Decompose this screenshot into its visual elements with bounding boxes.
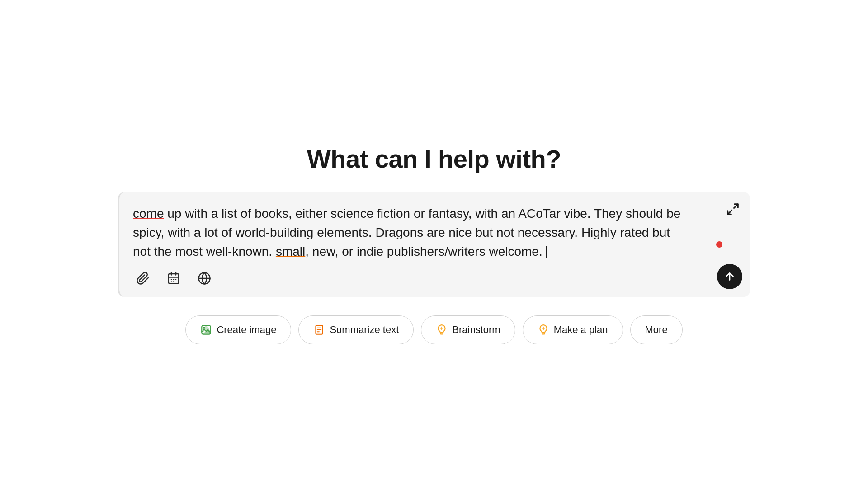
svg-rect-15 xyxy=(441,333,443,334)
send-button[interactable] xyxy=(717,264,742,289)
make-plan-label: Make a plan xyxy=(554,324,608,336)
create-image-button[interactable]: Create image xyxy=(185,315,291,344)
word-small: small xyxy=(276,244,305,258)
attach-button[interactable] xyxy=(133,268,153,288)
main-container: What can I help with? come up with a lis… xyxy=(118,144,750,344)
create-image-icon xyxy=(200,324,212,336)
brainstorm-button[interactable]: Brainstorm xyxy=(421,315,515,344)
toolbar-icons xyxy=(133,268,214,288)
svg-point-8 xyxy=(203,327,205,328)
word-come: come xyxy=(133,206,164,221)
brainstorm-label: Brainstorm xyxy=(452,324,500,336)
make-plan-button[interactable]: Make a plan xyxy=(523,315,623,344)
recording-indicator xyxy=(716,241,722,248)
create-image-label: Create image xyxy=(217,324,276,336)
summarize-label: Summarize text xyxy=(330,324,399,336)
more-label: More xyxy=(645,324,668,336)
summarize-icon xyxy=(313,324,325,336)
text-cursor xyxy=(546,246,547,258)
make-plan-icon xyxy=(538,324,549,336)
input-area[interactable]: come up with a list of books, either sci… xyxy=(118,192,750,297)
more-button[interactable]: More xyxy=(630,315,683,344)
toolbar-row xyxy=(133,268,737,288)
action-buttons: Create image Summarize text xyxy=(185,315,682,344)
summarize-text-button[interactable]: Summarize text xyxy=(298,315,414,344)
web-search-button[interactable] xyxy=(194,268,214,288)
svg-rect-19 xyxy=(542,333,544,334)
page-title: What can I help with? xyxy=(307,144,561,174)
input-text[interactable]: come up with a list of books, either sci… xyxy=(133,204,710,261)
expand-icon[interactable] xyxy=(726,202,740,219)
image-picker-button[interactable] xyxy=(164,268,184,288)
brainstorm-icon xyxy=(436,324,448,336)
